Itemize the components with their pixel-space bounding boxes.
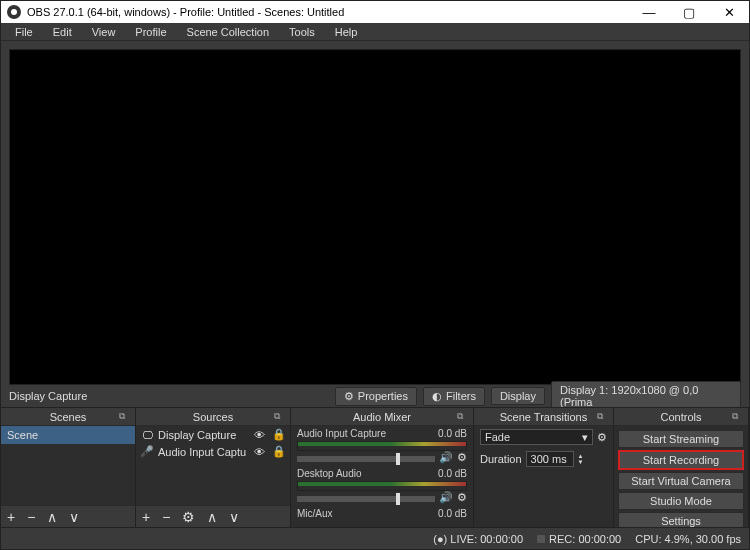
settings-button[interactable]: Settings — [618, 512, 744, 527]
dock-panels: Scenes ⧉ Scene + − ∧ ∨ Sources ⧉ 🖵 — [1, 407, 749, 527]
speaker-icon[interactable]: 🔊 — [439, 451, 453, 464]
menu-edit[interactable]: Edit — [43, 24, 82, 40]
popout-icon[interactable]: ⧉ — [597, 411, 609, 423]
display-label: Display — [491, 387, 545, 405]
maximize-button[interactable]: ▢ — [669, 1, 709, 23]
source-label: Display Capture — [158, 429, 236, 441]
eye-icon[interactable]: 👁 — [254, 429, 268, 441]
popout-icon[interactable]: ⧉ — [274, 411, 286, 423]
popout-icon[interactable]: ⧉ — [732, 411, 744, 423]
properties-button[interactable]: ⚙ Properties — [335, 387, 417, 406]
sources-toolbar: + − ⚙ ∧ ∨ — [136, 505, 290, 527]
sources-header: Sources ⧉ — [136, 408, 290, 426]
selected-source-label: Display Capture — [9, 390, 87, 402]
transitions-header: Scene Transitions ⧉ — [474, 408, 613, 426]
scenes-toolbar: + − ∧ ∨ — [1, 505, 135, 527]
gear-icon[interactable]: ⚙ — [457, 451, 467, 464]
source-up-button[interactable]: ∧ — [207, 509, 217, 525]
monitor-icon: 🖵 — [140, 429, 154, 441]
transitions-panel: Scene Transitions ⧉ Fade ⚙ Duration 300 … — [474, 408, 614, 527]
window-title: OBS 27.0.1 (64-bit, windows) - Profile: … — [27, 6, 344, 18]
title-bar: OBS 27.0.1 (64-bit, windows) - Profile: … — [1, 1, 749, 23]
menu-bar: File Edit View Profile Scene Collection … — [1, 23, 749, 41]
window-buttons: — ▢ ✕ — [629, 1, 749, 23]
preview-area — [1, 41, 749, 385]
lock-icon[interactable]: 🔒 — [272, 428, 286, 441]
mixer-channel: Mic/Aux 0.0 dB — [291, 506, 473, 521]
remove-scene-button[interactable]: − — [27, 509, 35, 525]
source-toolbar: Display Capture ⚙ Properties ◐ Filters D… — [1, 385, 749, 407]
duration-label: Duration — [480, 453, 522, 465]
studio-mode-button[interactable]: Studio Mode — [618, 492, 744, 510]
controls-panel: Controls ⧉ Start Streaming Start Recordi… — [614, 408, 749, 527]
start-streaming-button[interactable]: Start Streaming — [618, 430, 744, 448]
channel-name: Mic/Aux — [297, 508, 333, 519]
mixer-channel: Audio Input Capture 0.0 dB 🔊 ⚙ — [291, 426, 473, 466]
transition-select[interactable]: Fade — [480, 429, 593, 445]
channel-db: 0.0 dB — [438, 468, 467, 479]
lock-icon[interactable]: 🔒 — [272, 445, 286, 458]
scene-up-button[interactable]: ∧ — [47, 509, 57, 525]
gear-icon: ⚙ — [344, 390, 354, 403]
rec-status: REC: 00:00:00 — [537, 533, 621, 545]
menu-profile[interactable]: Profile — [125, 24, 176, 40]
volume-slider[interactable] — [297, 496, 435, 502]
channel-db: 0.0 dB — [438, 508, 467, 519]
menu-tools[interactable]: Tools — [279, 24, 325, 40]
popout-icon[interactable]: ⧉ — [119, 411, 131, 423]
popout-icon[interactable]: ⧉ — [457, 411, 469, 423]
live-status: (●) LIVE: 00:00:00 — [433, 533, 523, 545]
mixer-body: Audio Input Capture 0.0 dB 🔊 ⚙ Desktop A… — [291, 426, 473, 527]
filters-button[interactable]: ◐ Filters — [423, 387, 485, 406]
minimize-button[interactable]: — — [629, 1, 669, 23]
audio-mixer-panel: Audio Mixer ⧉ Audio Input Capture 0.0 dB… — [291, 408, 474, 527]
source-item[interactable]: 🖵 Display Capture 👁 🔒 — [136, 426, 290, 443]
cpu-status: CPU: 4.9%, 30.00 fps — [635, 533, 741, 545]
sources-list: 🖵 Display Capture 👁 🔒 🎤 Audio Input Capt… — [136, 426, 290, 505]
scenes-panel: Scenes ⧉ Scene + − ∧ ∨ — [1, 408, 136, 527]
filters-icon: ◐ — [432, 390, 442, 403]
start-virtual-camera-button[interactable]: Start Virtual Camera — [618, 472, 744, 490]
obs-window: OBS 27.0.1 (64-bit, windows) - Profile: … — [0, 0, 750, 550]
duration-spinner[interactable]: ▲▼ — [578, 453, 584, 465]
source-down-button[interactable]: ∨ — [229, 509, 239, 525]
remove-source-button[interactable]: − — [162, 509, 170, 525]
vu-meter — [297, 441, 467, 451]
obs-logo-icon — [7, 5, 21, 19]
speaker-icon[interactable]: 🔊 — [439, 491, 453, 504]
preview-canvas[interactable] — [9, 49, 741, 385]
menu-view[interactable]: View — [82, 24, 126, 40]
add-scene-button[interactable]: + — [7, 509, 15, 525]
close-button[interactable]: ✕ — [709, 1, 749, 23]
sources-panel: Sources ⧉ 🖵 Display Capture 👁 🔒 🎤 Audio … — [136, 408, 291, 527]
gear-icon[interactable]: ⚙ — [597, 431, 607, 444]
eye-icon[interactable]: 👁 — [254, 446, 268, 458]
scene-item[interactable]: Scene — [1, 426, 135, 444]
duration-input[interactable]: 300 ms — [526, 451, 574, 467]
source-item[interactable]: 🎤 Audio Input Captu 👁 🔒 — [136, 443, 290, 460]
controls-header: Controls ⧉ — [614, 408, 748, 426]
mixer-header: Audio Mixer ⧉ — [291, 408, 473, 426]
gear-icon[interactable]: ⚙ — [457, 491, 467, 504]
status-bar: (●) LIVE: 00:00:00 REC: 00:00:00 CPU: 4.… — [1, 527, 749, 549]
menu-scene-collection[interactable]: Scene Collection — [177, 24, 280, 40]
channel-name: Audio Input Capture — [297, 428, 386, 439]
channel-db: 0.0 dB — [438, 428, 467, 439]
controls-body: Start Streaming Start Recording Start Vi… — [614, 426, 748, 527]
scenes-list: Scene — [1, 426, 135, 505]
transitions-body: Fade ⚙ Duration 300 ms ▲▼ — [474, 426, 613, 527]
add-source-button[interactable]: + — [142, 509, 150, 525]
menu-file[interactable]: File — [5, 24, 43, 40]
channel-name: Desktop Audio — [297, 468, 362, 479]
mixer-channel: Desktop Audio 0.0 dB 🔊 ⚙ — [291, 466, 473, 506]
volume-slider[interactable] — [297, 456, 435, 462]
scenes-header: Scenes ⧉ — [1, 408, 135, 426]
menu-help[interactable]: Help — [325, 24, 368, 40]
start-recording-button[interactable]: Start Recording — [618, 450, 744, 470]
scene-down-button[interactable]: ∨ — [69, 509, 79, 525]
source-settings-button[interactable]: ⚙ — [182, 509, 195, 525]
source-label: Audio Input Captu — [158, 446, 246, 458]
vu-meter — [297, 481, 467, 491]
mic-icon: 🎤 — [140, 445, 154, 458]
